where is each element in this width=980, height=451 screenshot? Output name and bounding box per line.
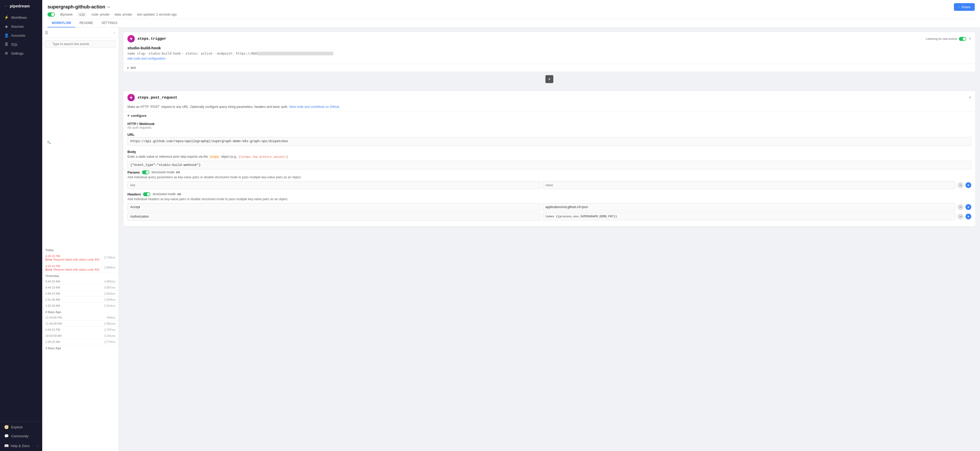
post-request-header-right: × [969,95,971,100]
event-time: 2:28:25 AM [45,340,60,343]
list-item[interactable]: 9:44:19 AM 3,887ms [42,284,118,291]
community-icon: 💬 [4,434,8,438]
share-button[interactable]: ↑ Share [954,3,975,11]
event-error: Error Request failed with status code 40… [45,268,99,271]
header-remove-accept[interactable]: − [958,204,963,210]
header-kv-row-auth: − + [127,213,971,221]
header-add-accept[interactable]: + [966,204,971,210]
test-row[interactable]: ▸ test [123,64,975,72]
params-add-button[interactable]: + [966,182,971,188]
headers-toggle[interactable] [143,192,150,196]
event-duration: 3,887ms [104,286,115,289]
header-value-auth[interactable] [542,213,955,220]
event-time: 9:44:23 PM [45,328,60,331]
post-request-header[interactable]: steps.post_request × [123,91,975,105]
sidebar-item-sql[interactable]: 🗄 SQL [0,40,42,49]
add-step-button[interactable]: + [546,75,553,83]
post-request-step-name: steps.post_request [137,95,177,100]
workflow-canvas: steps.trigger Listening for new events ×… [119,27,980,451]
list-item[interactable]: 9:44:20 AM 2,905ms [42,278,118,284]
events-section-3days: 3 Days Ago [42,345,118,351]
tab-readme[interactable]: README [75,19,97,27]
header-value-accept[interactable] [542,203,955,211]
headers-mode-label: structured mode: on [153,192,181,196]
share-label: Share [961,5,970,9]
edit-title-icon[interactable]: ✏ [107,5,111,9]
trigger-close-icon[interactable]: × [969,37,971,41]
list-item[interactable]: 2:28:25 AM 2,774ms [42,339,118,345]
endpoint-blur: ████████████████████████████████████████ [257,52,333,56]
sidebar-item-community[interactable]: 💬 Community [0,432,42,440]
sidebar-item-settings[interactable]: ⚙ Settings [0,49,42,58]
events-section-2days: 2 Days Ago [42,309,118,314]
sidebar-item-accounts[interactable]: 👤 Accounts [0,31,42,40]
list-item[interactable]: 10:00:58 AM 3,191ms [42,333,118,339]
sidebar-item-explore[interactable]: 🧭 Explore [0,422,42,432]
trigger-step-icon [127,35,135,43]
params-key-input[interactable] [127,181,540,189]
sidebar-item-workflows[interactable]: ⚡ Workflows [0,13,42,22]
headers-row: Headers structured mode: on [127,192,971,196]
share-icon: ↑ [958,5,960,9]
params-value-input[interactable] [542,181,955,189]
list-item[interactable]: 11:40:28 PM 2,981ms [42,321,118,327]
panel-collapse-button[interactable]: ‹ [112,30,116,36]
sidebar-item-help[interactable]: 📖 Help & Docs › [0,440,42,451]
params-remove-button[interactable]: − [958,182,963,188]
event-time: 9:44:20 AM [45,280,60,283]
trigger-edit-link[interactable]: edit code and configuration [127,57,165,60]
header-title-row: supergraph-github-action ✏ [48,4,111,10]
sidebar-nav: ⚡ Workflows ◈ Sources 👤 Accounts 🗄 SQL ⚙… [0,12,42,420]
header-tabs: WORKFLOW README SETTINGS [48,19,975,27]
trigger-step-header[interactable]: steps.trigger Listening for new events × [123,32,975,46]
body-label: Body [127,150,971,154]
listening-toggle[interactable] [959,37,966,41]
last-updated: last updated: 2 seconds ago [137,13,177,16]
post-request-close-icon[interactable]: × [969,95,971,100]
events-list-icon: ☰ [45,30,48,35]
code-ref: {{steps.foo.$return_value}} [239,155,286,159]
list-item[interactable]: 9:44:23 PM 2,797ms [42,327,118,333]
sidebar-item-sources[interactable]: ◈ Sources [0,22,42,31]
add-step-row: + [119,72,980,86]
list-item[interactable]: 2:40:23 AM 2,820ms [42,291,118,297]
url-input[interactable] [127,137,971,146]
auth-type-label: HTTP / Webhook [127,122,971,126]
event-time: 10:00:58 AM [45,334,62,337]
headers-desc: Add individual headers as key-value pair… [127,197,971,201]
event-time: 11:44:06 PM [45,316,62,319]
configure-header[interactable]: ▾ configure [123,111,975,120]
params-mode-label: structured mode: on [151,170,180,174]
event-duration: 2,905ms [104,280,115,283]
trigger-step-card: steps.trigger Listening for new events ×… [123,32,976,72]
help-expand-icon: › [37,444,38,447]
params-toggle[interactable] [142,170,150,174]
sidebar-logo[interactable]: ← pipedream [0,0,42,12]
list-item[interactable]: 4:20:14 PM Error Request failed with sta… [42,263,118,273]
tab-workflow[interactable]: WORKFLOW [48,19,75,27]
events-toolbar: ☰ ‹ [42,27,118,38]
trigger-step-name: steps.trigger [137,37,166,41]
post-request-header-left: steps.post_request [127,94,177,101]
github-link[interactable]: View code and contribute on Github. [289,105,340,109]
header-key-accept[interactable] [127,203,540,211]
list-item[interactable]: 4:20:15 PM Error Request failed with sta… [42,252,118,263]
post-request-step-icon [127,94,135,101]
event-time: 4:20:14 PM [45,265,60,268]
list-item[interactable]: 2:31:46 AM 2,959ms [42,297,118,303]
list-item[interactable]: 1:50:28 AM 2,914ms [42,303,118,309]
tab-settings[interactable]: SETTINGS [97,19,122,27]
list-item[interactable]: 11:44:06 PM 444ms [42,314,118,321]
params-label: Params [127,170,140,174]
event-time: 11:40:28 PM [45,322,62,325]
back-icon[interactable]: ← [4,4,8,8]
header-remove-auth[interactable]: − [958,214,963,219]
header-add-auth[interactable]: + [966,214,971,219]
username-label: @prasek [60,13,73,16]
header-key-auth[interactable] [127,213,540,221]
body-input[interactable] [127,161,971,169]
events-search-input[interactable] [45,40,116,48]
sidebar-item-label: Explore [11,425,23,429]
url-label: URL [127,133,971,137]
workflow-toggle[interactable] [48,13,55,17]
